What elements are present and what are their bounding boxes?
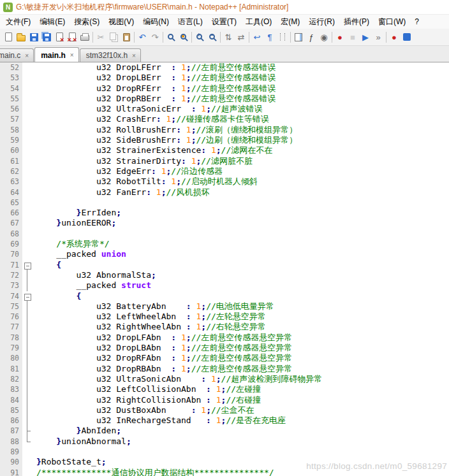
- code-line[interactable]: 55 u32 DropRBErr : 1;//左前悬空传感器错误: [0, 94, 449, 104]
- macro-play-icon[interactable]: ▶: [359, 30, 372, 44]
- close-tab-icon[interactable]: ×: [131, 52, 136, 59]
- code-line[interactable]: 87 }AbnIden;: [0, 426, 449, 436]
- fold-margin: [22, 218, 31, 228]
- paste-icon[interactable]: [120, 30, 133, 44]
- code-line[interactable]: 74 {: [0, 291, 449, 301]
- toolbar-separator: [249, 32, 249, 43]
- menu-item-encoding[interactable]: 编码(N): [138, 15, 173, 29]
- replace-icon[interactable]: [177, 30, 190, 44]
- code-text: u32 UltraSonicAbn : 1;//超声波检测到障碍物异常: [31, 374, 449, 384]
- tab-stm32f10x-h[interactable]: stm32f10x.h×: [80, 48, 141, 62]
- menu-item-language[interactable]: 语言(L): [173, 15, 207, 29]
- code-line[interactable]: 81 u32 DropRBAbn : 1;//左前悬空传感器悬空异常: [0, 364, 449, 374]
- code-line[interactable]: 71 {: [0, 260, 449, 270]
- code-line[interactable]: 77 u32 RightWheelAbn : 1;//右轮悬空异常: [0, 322, 449, 332]
- save-icon[interactable]: [27, 30, 40, 44]
- tab-main-c[interactable]: main.c×: [0, 48, 34, 62]
- code-line[interactable]: 52 u32 DropLFErr : 1;//左前悬空传感器错误: [0, 62, 449, 73]
- code-line[interactable]: 60 u32 StrainerExistence: 1;//滤网在不在: [0, 145, 449, 155]
- code-line[interactable]: 85 u32 DustBoxAbn : 1;//尘盒不在: [0, 405, 449, 415]
- menu-item-macro[interactable]: 宏(M): [276, 15, 304, 29]
- code-line[interactable]: 68: [0, 229, 449, 239]
- code-line[interactable]: 66 }ErrIden;: [0, 208, 449, 218]
- menu-item-settings[interactable]: 设置(T): [207, 15, 241, 29]
- menu-bar: 文件(F)编辑(E)搜索(S)视图(V)编码(N)语言(L)设置(T)工具(O)…: [0, 15, 449, 29]
- sync-vertical-scrolling-icon[interactable]: ⇅: [222, 30, 235, 44]
- menu-item-view[interactable]: 视图(V): [104, 15, 138, 29]
- code-line[interactable]: 86 u32 InRechargeStand : 1;//是否在充电座: [0, 415, 449, 426]
- undo-icon[interactable]: ↶: [136, 30, 149, 44]
- menu-item-edit[interactable]: 编辑(E): [35, 15, 70, 29]
- fold-margin: [22, 426, 31, 436]
- plugin-2-icon[interactable]: [401, 30, 413, 44]
- code-line[interactable]: 58 u32 RollBrushErr: 1;//滚刷（缠绕和模组异常）: [0, 125, 449, 135]
- menu-item-run[interactable]: 运行(R): [304, 15, 339, 29]
- code-line[interactable]: 80 u32 DropRFAbn : 1;//左前悬空传感器悬空异常: [0, 353, 449, 363]
- plugin-1-icon[interactable]: ●: [388, 30, 401, 44]
- menu-item-window[interactable]: 窗口(W): [374, 15, 410, 29]
- close-tab-icon[interactable]: ×: [70, 52, 75, 59]
- menu-item-plugins[interactable]: 插件(P): [339, 15, 374, 29]
- code-line[interactable]: 73 __packed struct: [0, 280, 449, 291]
- code-line[interactable]: 59 u32 SideBrushErr: 1;//边刷（缠绕和模组异常）: [0, 135, 449, 145]
- menu-item-tools[interactable]: 工具(O): [241, 15, 276, 29]
- document-map-icon[interactable]: [292, 30, 305, 44]
- redo-icon[interactable]: ↷: [149, 30, 161, 44]
- code-line[interactable]: 76 u32 LeftWheelAbn : 1;//左轮悬空异常: [0, 312, 449, 322]
- tab-main-h[interactable]: main.h×: [34, 47, 79, 62]
- fold-margin: [22, 187, 31, 198]
- zoom-in-icon[interactable]: [193, 30, 206, 44]
- fold-collapse-icon[interactable]: [22, 291, 31, 301]
- sync-horizontal-scrolling-icon[interactable]: ⇄: [235, 30, 247, 44]
- fold-collapse-icon[interactable]: [22, 260, 31, 270]
- line-number: 82: [0, 374, 22, 384]
- code-line[interactable]: 83 u32 LeftCollisionAbn : 1;//左碰撞: [0, 384, 449, 394]
- code-line[interactable]: 82 u32 UltraSonicAbn : 1;//超声波检测到障碍物异常: [0, 374, 449, 384]
- code-line[interactable]: 57 u32 CrashErr: 1;//碰撞传感器卡住等错误: [0, 114, 449, 124]
- code-line[interactable]: 88 }unionAbnormal;: [0, 436, 449, 447]
- menu-item-help[interactable]: ?: [410, 15, 423, 28]
- macro-run-multiple-icon[interactable]: »: [372, 30, 385, 44]
- code-line[interactable]: 72 u32 AbnormalSta;: [0, 270, 449, 280]
- close-icon[interactable]: [53, 30, 66, 44]
- code-line[interactable]: 53 u32 DropLBErr : 1;//左前悬空传感器错误: [0, 73, 449, 83]
- code-line[interactable]: 84 u32 RightCollisionAbn : 1;//右碰撞: [0, 395, 449, 405]
- menu-item-search[interactable]: 搜索(S): [70, 15, 104, 29]
- close-all-icon[interactable]: [66, 30, 78, 44]
- line-number: 66: [0, 208, 22, 218]
- macro-stop-icon[interactable]: ■: [346, 30, 359, 44]
- show-all-characters-icon[interactable]: ¶: [263, 30, 276, 44]
- code-line[interactable]: 69 /*系统异常*/: [0, 239, 449, 249]
- code-line[interactable]: 75 u32 BatteryAbn : 1;//电池低电量异常: [0, 301, 449, 312]
- line-number: 67: [0, 218, 22, 228]
- toolbar-separator: [386, 32, 386, 43]
- word-wrap-icon[interactable]: ↩: [251, 30, 263, 44]
- code-line[interactable]: 61 u32 StrainerDirty: 1;//滤网脏不脏: [0, 156, 449, 166]
- new-file-icon[interactable]: [2, 30, 15, 44]
- editor[interactable]: 52 u32 DropLFErr : 1;//左前悬空传感器错误53 u32 D…: [0, 62, 449, 476]
- cut-icon[interactable]: ✂: [94, 30, 107, 44]
- print-icon[interactable]: [78, 30, 91, 44]
- close-tab-icon[interactable]: ×: [24, 52, 29, 59]
- find-icon[interactable]: [165, 30, 177, 44]
- code-line[interactable]: 89: [0, 447, 449, 457]
- function-list-icon[interactable]: ƒ: [305, 30, 318, 44]
- code-line[interactable]: 70 __packed union: [0, 249, 449, 259]
- menu-item-file[interactable]: 文件(F): [1, 15, 35, 29]
- code-line[interactable]: 63 u32 RobotTilt: 1;//启动时机器人倾斜: [0, 177, 449, 187]
- code-line[interactable]: 78 u32 DropLFAbn : 1;//左前悬空传感器悬空异常: [0, 333, 449, 343]
- code-line[interactable]: 54 u32 DropRFErr : 1;//左前悬空传感器错误: [0, 83, 449, 94]
- save-all-icon[interactable]: [40, 30, 53, 44]
- code-line[interactable]: 65: [0, 198, 449, 208]
- show-indent-guide-icon[interactable]: [276, 30, 289, 44]
- code-line[interactable]: 62 u32 EdgeErr: 1;//沿边传感器: [0, 166, 449, 177]
- open-file-icon[interactable]: [15, 30, 27, 44]
- code-line[interactable]: 79 u32 DropLBAbn : 1;//左前悬空传感器悬空异常: [0, 343, 449, 353]
- code-line[interactable]: 56 u32 UltraSonicErr : 1;//超声波错误: [0, 104, 449, 114]
- code-line[interactable]: 64 u32 FanErr: 1;//风机损坏: [0, 187, 449, 198]
- code-line[interactable]: 67 }unionEEROR;: [0, 218, 449, 228]
- zoom-out-icon[interactable]: [206, 30, 219, 44]
- copy-icon[interactable]: [107, 30, 120, 44]
- macro-record-icon[interactable]: ●: [334, 30, 346, 44]
- monitoring-icon[interactable]: ◉: [318, 30, 330, 44]
